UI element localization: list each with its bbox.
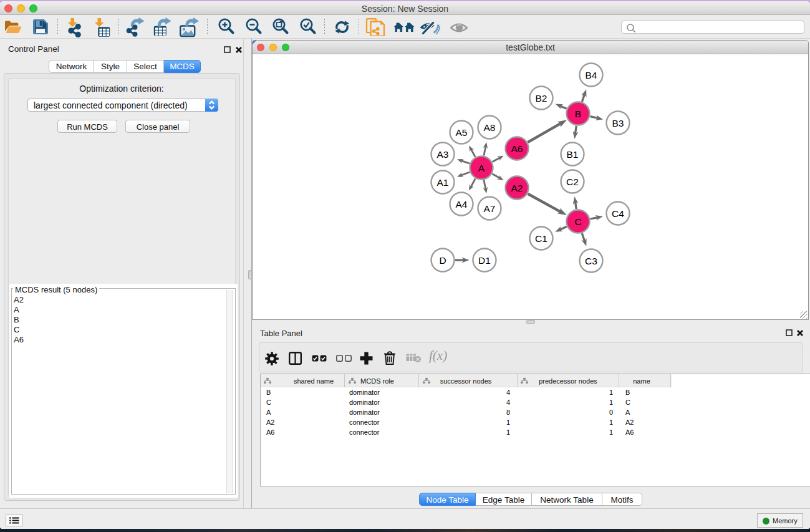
svg-text:A8: A8 <box>484 122 496 133</box>
svg-text:B: B <box>575 109 581 119</box>
svg-text:C3: C3 <box>585 256 597 266</box>
svg-text:C2: C2 <box>566 177 579 187</box>
svg-text:B4: B4 <box>586 70 597 80</box>
svg-text:A6: A6 <box>511 143 523 154</box>
svg-text:A: A <box>478 163 485 173</box>
svg-text:A3: A3 <box>437 149 449 160</box>
svg-text:C4: C4 <box>612 208 624 219</box>
svg-text:A2: A2 <box>511 183 523 193</box>
svg-text:C: C <box>574 216 581 227</box>
svg-text:B2: B2 <box>536 93 547 104</box>
svg-text:A1: A1 <box>437 177 449 188</box>
svg-text:A4: A4 <box>456 199 468 210</box>
svg-text:B1: B1 <box>567 149 579 160</box>
svg-text:A5: A5 <box>456 127 468 138</box>
svg-text:A7: A7 <box>484 203 496 214</box>
svg-text:B3: B3 <box>612 118 624 128</box>
svg-text:D1: D1 <box>478 255 491 266</box>
svg-text:D: D <box>439 255 446 266</box>
svg-text:C1: C1 <box>535 233 547 244</box>
